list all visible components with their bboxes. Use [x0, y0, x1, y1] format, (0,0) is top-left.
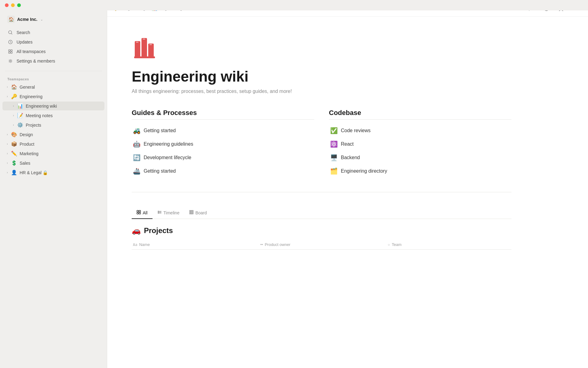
table-col-team: ○ Team	[388, 242, 510, 247]
sidebar-item-engineering-wiki[interactable]: › 📊 Engineering wiki	[2, 102, 104, 110]
sidebar-item-sales[interactable]: › 💲 Sales	[2, 159, 104, 167]
workspace-header[interactable]: 🏠 Acme Inc. ⌄	[2, 14, 104, 25]
svg-rect-20	[139, 210, 141, 212]
sidebar-wiki-inner: 📊 Engineering wiki	[17, 103, 102, 109]
hr-emoji: 👤	[11, 170, 17, 175]
link-emoji-1: 🚜	[133, 127, 141, 134]
svg-rect-13	[141, 38, 147, 57]
table-col-name: Aa Name	[133, 242, 255, 247]
col-owner-label: Product owner	[265, 242, 290, 247]
svg-rect-12	[135, 41, 140, 57]
workspace-chevron-icon: ⌄	[40, 18, 43, 21]
link-getting-started-2[interactable]: 🚢 Getting started	[132, 165, 314, 177]
sidebar-item-settings[interactable]: Settings & members	[2, 56, 104, 66]
guides-section: Guides & Processes 🚜 Getting started 🤖 E…	[132, 109, 314, 177]
general-emoji: 🏠	[11, 84, 17, 90]
svg-rect-16	[136, 42, 138, 43]
all-teamspaces-label: All teamspaces	[17, 49, 46, 54]
search-label: Search	[17, 30, 30, 35]
sidebar-item-meeting-notes[interactable]: › 📝 Meeting notes	[2, 111, 104, 120]
link-emoji-8: 🗂️	[330, 167, 338, 175]
link-label-8: Engineering directory	[341, 168, 387, 174]
meetings-label: Meeting notes	[26, 113, 53, 118]
link-label-5: Code reviews	[341, 128, 371, 133]
codebase-links: ✅ Code reviews ⚛️ React 🖥️ Backend 🗂️ En…	[329, 125, 511, 177]
tab-timeline-icon	[157, 210, 162, 215]
arrow-icon-design: ›	[5, 132, 10, 137]
svg-rect-27	[190, 210, 190, 214]
sidebar-general-inner: 🏠 General	[11, 84, 102, 90]
svg-rect-21	[137, 213, 138, 214]
sidebar-item-projects[interactable]: › ⚙️ Projects	[2, 121, 104, 129]
col-team-prefix: ○	[388, 243, 390, 247]
gear-icon	[7, 58, 13, 64]
sidebar-design-inner: 🎨 Design	[11, 132, 102, 137]
link-engineering-directory[interactable]: 🗂️ Engineering directory	[329, 165, 511, 177]
svg-point-6	[10, 60, 11, 62]
marketing-label: Marketing	[20, 151, 38, 156]
arrow-icon-product: ›	[5, 142, 10, 147]
link-engineering-guidelines[interactable]: 🤖 Engineering guidelines	[132, 138, 314, 150]
sidebar-item-hr-legal[interactable]: › 👤 HR & Legal 🔒	[2, 168, 104, 177]
page-content: Engineering wiki All things engineering:…	[107, 17, 536, 262]
link-getting-started-1[interactable]: 🚜 Getting started	[132, 125, 314, 137]
link-emoji-2: 🤖	[133, 140, 141, 148]
tab-all[interactable]: All	[132, 207, 153, 219]
sidebar-item-updates[interactable]: Updates	[2, 37, 104, 47]
page-icon	[132, 35, 511, 61]
marketing-emoji: ✏️	[11, 151, 17, 156]
settings-label: Settings & members	[17, 59, 55, 63]
svg-rect-2	[9, 50, 10, 51]
svg-rect-3	[11, 50, 12, 51]
tab-timeline[interactable]: Timeline	[153, 207, 184, 219]
tab-board[interactable]: Board	[184, 207, 212, 219]
minimize-button[interactable]	[11, 3, 15, 7]
sidebar-engineering-inner: 🔑 Engineering	[11, 94, 102, 99]
sidebar-item-design[interactable]: › 🎨 Design	[2, 130, 104, 139]
tab-board-icon	[189, 210, 194, 215]
sidebar-item-search[interactable]: Search	[2, 28, 104, 37]
codebase-section: Codebase ✅ Code reviews ⚛️ React 🖥️ Back…	[329, 109, 511, 177]
svg-rect-17	[143, 39, 145, 40]
col-name-label: Name	[139, 242, 150, 247]
sidebar-item-all-teamspaces[interactable]: All teamspaces	[2, 47, 104, 56]
tab-board-label: Board	[195, 210, 207, 215]
link-react[interactable]: ⚛️ React	[329, 138, 511, 150]
svg-rect-28	[191, 210, 192, 214]
arrow-icon-engineering: ›	[5, 94, 10, 99]
wiki-emoji: 📊	[17, 103, 23, 109]
tab-all-icon	[137, 210, 141, 215]
projects-emoji: ⚙️	[17, 122, 23, 128]
svg-rect-29	[192, 210, 193, 214]
projects-heading: 🚗 Projects	[132, 226, 511, 235]
arrow-icon-sales: ›	[5, 161, 10, 166]
svg-rect-18	[149, 44, 152, 45]
sidebar-item-product[interactable]: › 📦 Product	[2, 140, 104, 148]
grid-icon	[7, 48, 13, 55]
sidebar-meetings-inner: 📝 Meeting notes	[17, 113, 102, 118]
engineering-label: Engineering	[20, 94, 43, 99]
hr-label: HR & Legal 🔒	[20, 170, 48, 175]
projects-title: Projects	[144, 226, 173, 235]
meetings-emoji: 📝	[17, 113, 23, 118]
sidebar-item-engineering[interactable]: › 🔑 Engineering	[2, 92, 104, 101]
sidebar-item-general[interactable]: › 🏠 General	[2, 82, 104, 91]
link-emoji-6: ⚛️	[330, 140, 338, 148]
link-label-7: Backend	[341, 155, 360, 160]
svg-rect-22	[139, 213, 141, 214]
sidebar-item-marketing[interactable]: › ✏️ Marketing	[2, 149, 104, 158]
page-title: Engineering wiki	[132, 68, 511, 85]
col-team-label: Team	[392, 242, 401, 247]
col-name-prefix: Aa	[133, 243, 137, 247]
svg-rect-19	[137, 210, 138, 212]
link-code-reviews[interactable]: ✅ Code reviews	[329, 125, 511, 137]
projects-table-header: Aa Name •• Product owner ○ Team	[132, 240, 511, 250]
close-button[interactable]	[5, 3, 9, 7]
sections-grid: Guides & Processes 🚜 Getting started 🤖 E…	[132, 109, 511, 192]
maximize-button[interactable]	[17, 3, 21, 7]
link-backend[interactable]: 🖥️ Backend	[329, 151, 511, 164]
guides-title: Guides & Processes	[132, 109, 314, 120]
link-dev-lifecycle[interactable]: 🔄 Development lifecycle	[132, 151, 314, 164]
sidebar-sales-inner: 💲 Sales	[11, 160, 102, 166]
arrow-icon: ›	[5, 85, 10, 90]
